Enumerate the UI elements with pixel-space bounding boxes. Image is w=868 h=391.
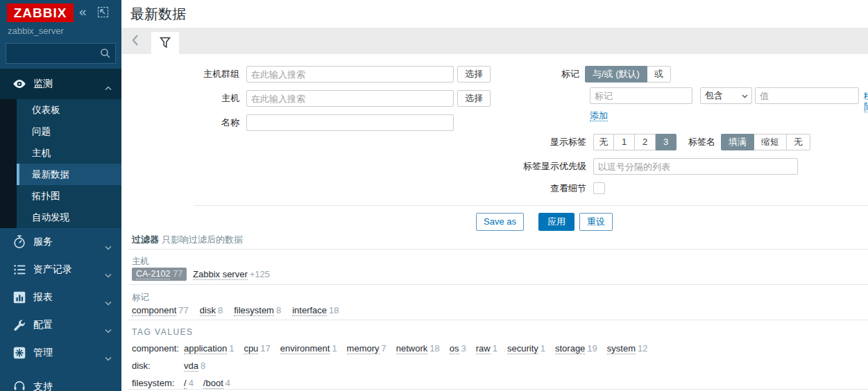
tag-value-link[interactable]: network — [396, 343, 428, 354]
chevron-down-icon — [105, 241, 112, 253]
apply-button[interactable]: 应用 — [538, 213, 575, 231]
tag-count: 8 — [218, 305, 223, 315]
hosts-input[interactable] — [246, 90, 454, 107]
tag-value-count: 12 — [638, 343, 647, 354]
tag-value-link[interactable]: raw — [476, 343, 491, 354]
stopwatch-icon — [12, 234, 27, 252]
tag-name-full-button[interactable]: 填满 — [721, 134, 754, 150]
hosts-section-label: 主机 — [132, 256, 149, 268]
sidebar-item-problems[interactable]: 问题 — [17, 121, 121, 142]
zabbix-logo[interactable]: ZABBIX — [7, 3, 74, 22]
search-icon[interactable] — [100, 48, 111, 59]
show-tags-1-button[interactable]: 1 — [614, 134, 635, 150]
host-link[interactable]: Zabbix server — [193, 269, 248, 280]
tag-name-shortened-button[interactable]: 缩短 — [754, 134, 787, 150]
sidebar-search-input[interactable] — [10, 46, 97, 61]
chevron-down-icon — [105, 268, 112, 281]
show-tags-segment: 无 1 2 3 — [593, 134, 676, 150]
reset-button[interactable]: 重设 — [579, 213, 613, 231]
eye-icon — [12, 76, 27, 94]
divider — [128, 389, 868, 390]
sidebar-item-discovery[interactable]: 自动发现 — [17, 207, 121, 228]
sidebar-item-monitoring[interactable]: 监测 — [0, 69, 121, 99]
tag-value-count: 7 — [382, 343, 386, 354]
tag-value-key: disk: — [132, 360, 182, 371]
sidebar-collapse-icon[interactable]: « — [79, 4, 87, 19]
filter-tab[interactable] — [151, 32, 179, 54]
subfilter-note: 只影响过滤后的数据 — [162, 234, 243, 246]
host-chip-name[interactable]: CA-2102 — [136, 269, 170, 279]
tag-link[interactable]: disk — [200, 305, 216, 316]
sidebar-item-label: 配置 — [33, 319, 53, 331]
tag-add-link[interactable]: 添加 — [590, 110, 608, 121]
tag-value-link[interactable]: storage — [555, 343, 585, 354]
tag-value-link[interactable]: security — [507, 343, 538, 354]
show-details-label: 查看细节 — [448, 180, 586, 197]
sidebar-item-reports[interactable]: 报表 — [0, 284, 121, 311]
host-groups-select-button[interactable]: 选择 — [457, 66, 491, 82]
tag-value-link[interactable]: cpu — [244, 343, 258, 354]
tag-value-link[interactable]: os — [450, 343, 459, 354]
name-label: 名称 — [135, 114, 239, 131]
tag-link[interactable]: interface — [292, 305, 327, 316]
sidebar-item-dashboard[interactable]: 仪表板 — [17, 99, 121, 121]
show-tags-none-button[interactable]: 无 — [593, 134, 614, 150]
tag-value-link[interactable]: / — [184, 378, 187, 389]
sidebar-item-label: 管理 — [33, 347, 53, 359]
tag-value-link[interactable]: /boot — [203, 378, 223, 389]
show-tags-2-button[interactable]: 2 — [635, 134, 656, 150]
sub-item-label: 拓扑图 — [32, 191, 60, 201]
tag-operator-andor-button[interactable]: 与/或 (默认) — [585, 66, 647, 82]
list-icon — [12, 262, 27, 280]
name-input[interactable] — [246, 114, 454, 131]
tag-remove-link[interactable]: 移除 — [864, 91, 868, 112]
sidebar-item-administration[interactable]: 管理 — [0, 339, 121, 367]
tag-value-count: 1 — [332, 343, 337, 354]
tag-match-select[interactable]: 包含 — [700, 87, 752, 104]
tag-link[interactable]: filesystem — [234, 305, 274, 316]
sub-item-label: 自动发现 — [32, 212, 69, 223]
tag-value-count: 17 — [260, 343, 270, 354]
chevron-down-icon — [105, 324, 112, 336]
tags-label: 标记 — [510, 66, 579, 82]
sidebar-item-inventory[interactable]: 资产记录 — [0, 256, 121, 284]
tag-priority-input[interactable] — [593, 158, 798, 175]
sidebar-hide-icon[interactable] — [98, 7, 108, 17]
divider — [128, 284, 868, 285]
host-groups-input[interactable] — [246, 66, 454, 82]
tag-value-count: 8 — [201, 360, 205, 371]
sidebar-item-latest-data[interactable]: 最新数据 — [17, 164, 121, 185]
filter-tab-strip — [121, 28, 868, 54]
zabbix-latest-data-screen: ZABBIX « zabbix_server 监测 — [0, 0, 868, 391]
server-name: zabbix_server — [8, 26, 64, 36]
tag-name-none-button[interactable]: 无 — [787, 134, 810, 150]
tag-value-link[interactable]: environment — [280, 343, 330, 354]
tag-name-segment: 填满 缩短 无 — [721, 134, 810, 150]
tag-value-link[interactable]: system — [607, 343, 636, 354]
sidebar-item-maps[interactable]: 拓扑图 — [17, 185, 121, 207]
host-chip-count: 77 — [173, 269, 182, 279]
sidebar-item-hosts[interactable]: 主机 — [17, 142, 121, 164]
wrench-icon — [12, 318, 27, 336]
headset-icon — [12, 379, 27, 391]
tag-value-input[interactable] — [755, 87, 859, 104]
show-details-checkbox[interactable] — [593, 182, 605, 194]
host-chip[interactable]: CA-210277 — [132, 268, 187, 281]
chevron-left-icon[interactable] — [131, 34, 139, 49]
tag-value-link[interactable]: application — [184, 343, 227, 354]
chevron-down-icon — [105, 351, 112, 364]
sidebar-item-services[interactable]: 服务 — [0, 228, 121, 256]
tag-value-link[interactable]: memory — [347, 343, 380, 354]
sidebar-item-support[interactable]: 支持 — [0, 372, 121, 391]
show-tags-3-button[interactable]: 3 — [656, 134, 676, 150]
hosts-select-button[interactable]: 选择 — [457, 90, 491, 107]
tag-link[interactable]: component — [132, 305, 176, 316]
tag-value-count: 3 — [461, 343, 466, 354]
tag-operator-or-button[interactable]: 或 — [647, 66, 671, 82]
sidebar-item-configuration[interactable]: 配置 — [0, 311, 121, 339]
tag-name-input[interactable] — [590, 87, 692, 104]
tag-value-link[interactable]: vda — [184, 360, 198, 372]
save-as-button[interactable]: Save as — [476, 213, 524, 231]
funnel-icon — [160, 37, 171, 49]
host-groups-label: 主机群组 — [135, 66, 239, 82]
